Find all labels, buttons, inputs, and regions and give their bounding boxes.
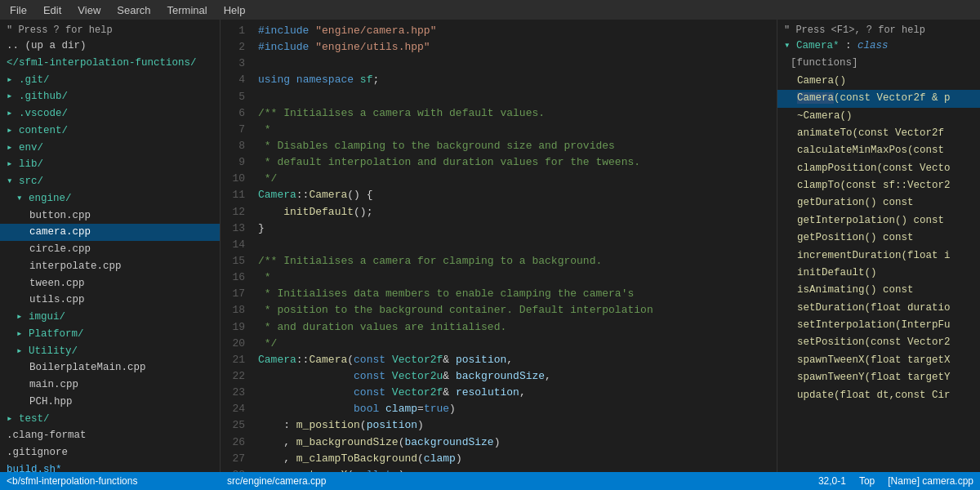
status-center: src/engine/camera.cpp bbox=[227, 475, 818, 487]
tree-item-clang[interactable]: .clang-format bbox=[0, 427, 220, 444]
tree-item[interactable]: </sfml-interpolation-functions/ bbox=[0, 55, 220, 72]
tree-item-git[interactable]: ▸ .git/ bbox=[0, 72, 220, 89]
tree-item-gitignore[interactable]: .gitignore bbox=[0, 444, 220, 461]
tree-item-interpolate[interactable]: interpolate.cpp bbox=[0, 258, 220, 275]
outline-class[interactable]: ▾ Camera* : class bbox=[777, 38, 980, 55]
status-left: <b/sfml-interpolation-functions bbox=[7, 475, 227, 487]
outline-method-clampto[interactable]: clampTo(const sf::Vector2 bbox=[777, 177, 980, 194]
menu-help[interactable]: Help bbox=[217, 2, 252, 18]
tree-item[interactable]: .. (up a dir) bbox=[0, 38, 220, 55]
editor-pane: 1234567891011121314151617181920212223242… bbox=[220, 20, 777, 472]
status-branch: <b/sfml-interpolation-functions bbox=[7, 475, 137, 487]
outline-method-setinterpolation[interactable]: setInterpolation(InterpFu bbox=[777, 317, 980, 334]
menubar: File Edit View Search Terminal Help bbox=[0, 0, 980, 20]
outline-method-camera-ctor[interactable]: Camera(const Vector2f & p bbox=[777, 90, 980, 107]
tree-item-circle[interactable]: circle.cpp bbox=[0, 241, 220, 258]
tree-item-test[interactable]: ▸ test/ bbox=[0, 411, 220, 428]
outline-method-calcminmaxpos[interactable]: calculateMinMaxPos(const bbox=[777, 142, 980, 159]
tree-item-content[interactable]: ▸ content/ bbox=[0, 122, 220, 140]
outline-pane[interactable]: " Press <F1>, ? for help ▾ Camera* : cla… bbox=[777, 20, 980, 472]
tree-item-boilerplate[interactable]: BoilerplateMain.cpp bbox=[0, 359, 220, 376]
outline-method-update[interactable]: update(float dt,const Cir bbox=[777, 387, 980, 404]
status-position: 32,0-1 bbox=[818, 475, 846, 487]
file-tree[interactable]: " Press ? for help .. (up a dir) </sfml-… bbox=[0, 20, 220, 472]
outline-method-setduration[interactable]: setDuration(float duratio bbox=[777, 300, 980, 317]
tree-item-tween[interactable]: tween.cpp bbox=[0, 275, 220, 292]
status-filename: [Name] camera.cpp bbox=[888, 475, 973, 487]
tree-item-vscode[interactable]: ▸ .vscode/ bbox=[0, 105, 220, 122]
status-bar: <b/sfml-interpolation-functions src/engi… bbox=[0, 472, 980, 490]
line-numbers: 1234567891011121314151617181920212223242… bbox=[220, 20, 252, 472]
outline-header: " Press <F1>, ? for help bbox=[777, 23, 980, 38]
tree-item-env[interactable]: ▸ env/ bbox=[0, 140, 220, 157]
outline-method-spawntweenx[interactable]: spawnTweenX(float targetX bbox=[777, 352, 980, 369]
file-tree-header: " Press ? for help bbox=[0, 23, 220, 38]
code-area[interactable]: #include "engine/camera.hpp" #include "e… bbox=[252, 20, 777, 472]
tree-item-lib[interactable]: ▸ lib/ bbox=[0, 156, 220, 173]
tree-item-src[interactable]: ▾ src/ bbox=[0, 173, 220, 190]
outline-method-animateto[interactable]: animateTo(const Vector2f bbox=[777, 125, 980, 142]
tree-item-main[interactable]: main.cpp bbox=[0, 376, 220, 394]
outline-method-dtor[interactable]: ~Camera() bbox=[777, 108, 980, 125]
tree-item-imgui[interactable]: ▸ imgui/ bbox=[0, 309, 220, 326]
tree-item-engine[interactable]: ▾ engine/ bbox=[0, 190, 220, 207]
tree-item-build[interactable]: build.sh* bbox=[0, 461, 220, 472]
tree-item-camera[interactable]: camera.cpp bbox=[0, 224, 220, 241]
menu-search[interactable]: Search bbox=[110, 2, 157, 18]
outline-method-isanimating[interactable]: isAnimating() const bbox=[777, 282, 980, 299]
tree-item-pch[interactable]: PCH.hpp bbox=[0, 394, 220, 411]
outline-method-spawntweeny[interactable]: spawnTweenY(float targetY bbox=[777, 369, 980, 386]
main-area: " Press ? for help .. (up a dir) </sfml-… bbox=[0, 20, 980, 472]
tree-item-platform[interactable]: ▸ Platform/ bbox=[0, 326, 220, 343]
outline-method-setposition[interactable]: setPosition(const Vector2 bbox=[777, 334, 980, 351]
outline-method-getposition[interactable]: getPosition() const bbox=[777, 229, 980, 247]
tree-item-github[interactable]: ▸ .github/ bbox=[0, 88, 220, 105]
tree-item-utils[interactable]: utils.cpp bbox=[0, 292, 220, 309]
status-scroll: Top bbox=[859, 475, 875, 487]
menu-view[interactable]: View bbox=[71, 2, 107, 18]
outline-method-incrementduration[interactable]: incrementDuration(float i bbox=[777, 247, 980, 265]
editor-content[interactable]: 1234567891011121314151617181920212223242… bbox=[220, 20, 777, 472]
outline-method-camera-default[interactable]: Camera() bbox=[777, 73, 980, 90]
status-right: 32,0-1 Top [Name] camera.cpp bbox=[818, 475, 973, 487]
outline-section-functions: [functions] bbox=[777, 55, 980, 72]
status-filepath: src/engine/camera.cpp bbox=[227, 475, 326, 487]
menu-edit[interactable]: Edit bbox=[37, 2, 68, 18]
outline-method-getinterpolation[interactable]: getInterpolation() const bbox=[777, 212, 980, 229]
tree-item-utility[interactable]: ▸ Utility/ bbox=[0, 343, 220, 360]
outline-method-getduration[interactable]: getDuration() const bbox=[777, 194, 980, 212]
outline-method-initdefault[interactable]: initDefault() bbox=[777, 265, 980, 282]
outline-method-clampposition[interactable]: clampPosition(const Vecto bbox=[777, 160, 980, 177]
menu-terminal[interactable]: Terminal bbox=[161, 2, 214, 18]
menu-file[interactable]: File bbox=[3, 2, 33, 18]
tree-item-button[interactable]: button.cpp bbox=[0, 207, 220, 225]
